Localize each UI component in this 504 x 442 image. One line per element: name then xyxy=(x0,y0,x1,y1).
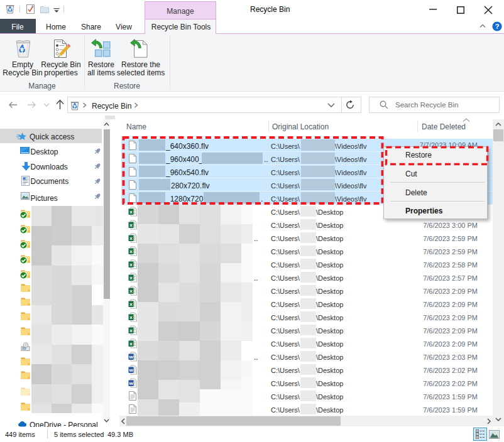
svg-text:?: ? xyxy=(495,23,500,30)
svg-text:x: x xyxy=(129,275,133,281)
svg-text:x: x xyxy=(129,288,133,294)
svg-text:w: w xyxy=(128,367,133,373)
svg-text:x: x xyxy=(129,249,133,254)
svg-text:x: x xyxy=(129,301,133,307)
svg-text:x: x xyxy=(129,315,133,320)
svg-text:x: x xyxy=(129,222,133,228)
svg-text:w: w xyxy=(128,380,133,386)
svg-text:x: x xyxy=(129,235,133,241)
svg-text:x: x xyxy=(129,209,133,215)
svg-text:x: x xyxy=(129,341,133,347)
svg-text:w: w xyxy=(128,354,133,360)
svg-text:x: x xyxy=(129,262,133,267)
svg-text:x: x xyxy=(129,328,133,333)
